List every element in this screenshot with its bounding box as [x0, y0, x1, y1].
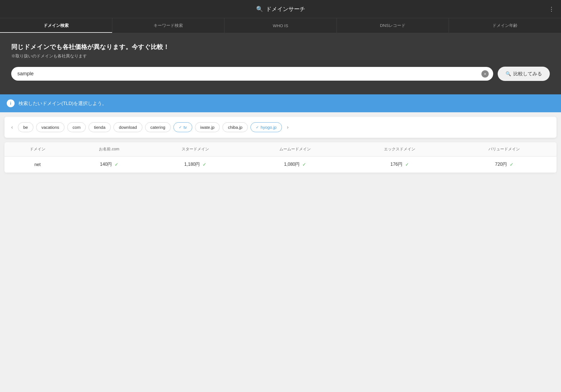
search-icon: 🔍: [256, 6, 263, 12]
table-header-row: ドメイン お名前.com スタードメイン ムームードメイン エックスドメイン バ…: [4, 142, 557, 157]
search-row: × 🔍 比較してみる: [11, 67, 550, 81]
cell-xdomain: 176円 ✓: [347, 157, 452, 173]
search-submit-icon: 🔍: [506, 71, 511, 76]
price-comparison-table: ドメイン お名前.com スタードメイン ムームードメイン エックスドメイン バ…: [4, 142, 557, 173]
tld-chip-com[interactable]: com: [67, 122, 86, 132]
tld-chip-tienda[interactable]: tienda: [89, 122, 111, 132]
check-muumuu: ✓: [302, 162, 306, 167]
cell-value: 720円 ✓: [452, 157, 557, 173]
table-row: net 140円 ✓ 1,180円 ✓ 1,080円 ✓: [4, 157, 557, 173]
search-submit-button[interactable]: 🔍 比較してみる: [498, 67, 550, 81]
cell-star: 1,180円 ✓: [148, 157, 243, 173]
tab-domain-age[interactable]: ドメイン年齢: [449, 18, 561, 33]
cell-onamae: 140円 ✓: [71, 157, 148, 173]
tab-dns-records[interactable]: DNSレコード: [337, 18, 449, 33]
search-submit-label: 比較してみる: [513, 71, 542, 77]
cell-domain: net: [4, 157, 71, 173]
info-icon: i: [7, 99, 15, 107]
app-title: ドメインサーチ: [266, 5, 305, 13]
tab-keyword-search[interactable]: キーワード検索: [112, 18, 225, 33]
more-menu-icon[interactable]: ⋮: [549, 6, 554, 12]
tld-selector-area: ‹ be vacations com tienda download cater…: [4, 117, 557, 138]
col-value: バリュードメイン: [452, 142, 557, 157]
check-onamae: ✓: [115, 162, 118, 167]
col-muumuu: ムームードメイン: [243, 142, 347, 157]
search-input[interactable]: [11, 67, 493, 81]
col-domain: ドメイン: [4, 142, 71, 157]
col-xdomain: エックスドメイン: [347, 142, 452, 157]
check-value: ✓: [510, 162, 513, 167]
check-xdomain: ✓: [405, 162, 409, 167]
search-input-wrapper: ×: [11, 67, 493, 81]
col-star: スタードメイン: [148, 142, 243, 157]
tld-chip-tv[interactable]: ✓tv: [173, 122, 192, 132]
cell-muumuu: 1,080円 ✓: [243, 157, 347, 173]
price-comparison-table-area: ドメイン お名前.com スタードメイン ムームードメイン エックスドメイン バ…: [4, 142, 557, 173]
tld-chip-row: ‹ be vacations com tienda download cater…: [9, 122, 552, 132]
info-banner: i 検索したいドメイン(TLD)を選択しよう。: [0, 94, 561, 112]
tld-chip-catering[interactable]: catering: [145, 122, 171, 132]
check-star: ✓: [203, 162, 206, 167]
header: 🔍 ドメインサーチ ⋮: [0, 0, 561, 18]
tld-chip-be[interactable]: be: [18, 122, 33, 132]
tld-chip-chiba-jp[interactable]: chiba.jp: [222, 122, 248, 132]
tld-next-button[interactable]: ›: [285, 123, 291, 131]
tab-domain-search[interactable]: ドメイン検索: [0, 18, 112, 33]
search-area: 同じドメインでも各社価格が異なります。今すぐ比較！ ※取り扱いのドメインも各社異…: [0, 33, 561, 94]
tld-chip-vacations[interactable]: vacations: [36, 122, 64, 132]
header-title-area: 🔍 ドメインサーチ: [256, 5, 305, 13]
search-clear-button[interactable]: ×: [481, 70, 489, 78]
tld-chip-iwate-jp[interactable]: iwate.jp: [195, 122, 220, 132]
tab-bar: ドメイン検索 キーワード検索 WHO IS DNSレコード ドメイン年齢: [0, 18, 561, 33]
col-onamae: お名前.com: [71, 142, 148, 157]
search-headline: 同じドメインでも各社価格が異なります。今すぐ比較！: [11, 43, 550, 51]
tld-prev-button[interactable]: ‹: [9, 123, 15, 131]
search-subtext: ※取り扱いのドメインも各社異なります: [11, 53, 550, 59]
info-text: 検索したいドメイン(TLD)を選択しよう。: [18, 100, 107, 107]
tld-check-icon: ✓: [179, 125, 182, 129]
tld-check-icon-hyogo: ✓: [256, 125, 259, 129]
tld-chip-hyogo-jp[interactable]: ✓hyogo.jp: [251, 122, 282, 132]
tld-chip-download[interactable]: download: [113, 122, 142, 132]
tab-whois[interactable]: WHO IS: [224, 18, 337, 33]
